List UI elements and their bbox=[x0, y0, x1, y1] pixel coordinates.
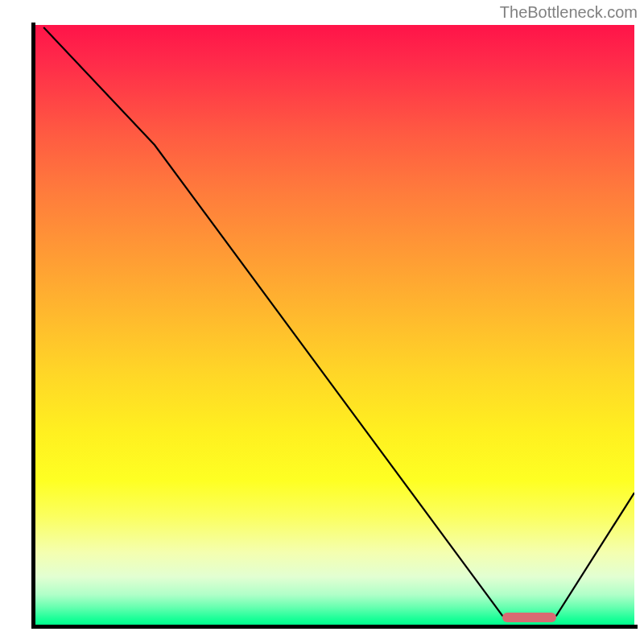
optimal-range-marker bbox=[502, 613, 556, 622]
curve-svg bbox=[35, 25, 634, 625]
plot-area bbox=[35, 25, 634, 625]
watermark-text: TheBottleneck.com bbox=[500, 3, 638, 22]
bottleneck-curve bbox=[43, 27, 634, 618]
x-axis bbox=[31, 625, 638, 629]
